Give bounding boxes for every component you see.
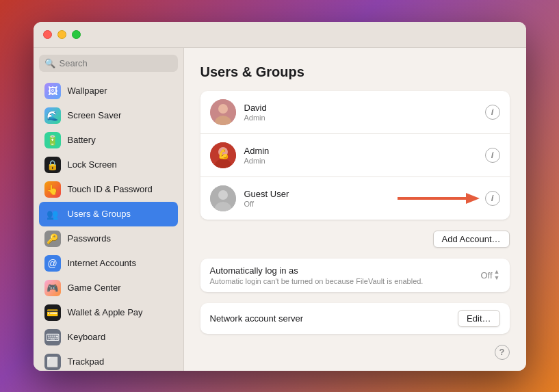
main-content: 🔍 🖼 Wallpaper 🌊 Screen Saver 🔋 Battery 🔒… <box>34 48 526 371</box>
add-account-button[interactable]: Add Account… <box>433 231 510 248</box>
avatar <box>210 99 236 125</box>
maximize-button[interactable] <box>72 30 81 39</box>
user-role: Admin <box>244 114 477 122</box>
stepper-icon: ▲▼ <box>494 269 500 281</box>
user-info-button[interactable]: i <box>485 148 500 163</box>
sidebar-item-label: Screen Saver <box>68 110 122 120</box>
sidebar-item-label: Users & Groups <box>68 209 131 219</box>
setting-label: Network account server <box>210 313 458 324</box>
user-name: Admin <box>244 146 477 156</box>
help-row: ? <box>200 345 510 360</box>
table-row: 💪 Admin Admin i <box>200 133 510 177</box>
sidebar-item-lockscreen[interactable]: 🔒 Lock Screen <box>39 153 178 177</box>
setting-label: Automatically log in as Automatic login … <box>210 265 481 285</box>
setting-desc: Automatic login can't be turned on becau… <box>210 277 481 285</box>
setting-title: Network account server <box>210 313 458 324</box>
sidebar-item-wallet[interactable]: 💳 Wallet & Apple Pay <box>39 300 178 325</box>
users-icon: 👥 <box>44 206 61 222</box>
sidebar-item-trackpad[interactable]: ⬜ Trackpad <box>39 350 178 371</box>
auto-login-row: Automatically log in as Automatic login … <box>200 259 510 292</box>
screensaver-icon: 🌊 <box>44 107 61 124</box>
sidebar-item-label: Passwords <box>68 233 112 244</box>
svg-marker-11 <box>466 193 480 204</box>
sidebar-item-passwords[interactable]: 🔑 Passwords <box>39 226 178 251</box>
sidebar-item-screensaver[interactable]: 🌊 Screen Saver <box>39 103 178 128</box>
sidebar-item-label: Trackpad <box>68 356 105 367</box>
setting-value: Off ▲▼ <box>480 269 499 281</box>
wallpaper-icon: 🖼 <box>44 83 61 99</box>
search-box[interactable]: 🔍 <box>39 55 178 72</box>
avatar <box>210 185 236 211</box>
avatar: 💪 <box>210 142 236 168</box>
user-info: Admin Admin <box>244 146 477 165</box>
network-card: Network account server Edit… <box>200 303 510 334</box>
sidebar-item-label: Wallpaper <box>68 86 107 96</box>
search-icon: 🔍 <box>44 58 55 68</box>
titlebar <box>34 22 526 48</box>
network-server-row: Network account server Edit… <box>200 303 510 334</box>
internet-icon: @ <box>44 255 61 272</box>
sidebar-item-battery[interactable]: 🔋 Battery <box>39 128 178 153</box>
trackpad-icon: ⬜ <box>44 354 61 370</box>
keyboard-icon: ⌨ <box>44 329 61 345</box>
user-role: Admin <box>244 157 477 165</box>
setting-title: Automatically log in as <box>210 265 481 276</box>
table-row: David Admin i <box>200 91 510 133</box>
user-name: David <box>244 103 477 113</box>
sidebar: 🔍 🖼 Wallpaper 🌊 Screen Saver 🔋 Battery 🔒… <box>34 48 184 371</box>
table-row: Guest User Off i <box>200 177 510 220</box>
sidebar-item-keyboard[interactable]: ⌨ Keyboard <box>39 325 178 350</box>
lockscreen-icon: 🔒 <box>44 157 61 173</box>
sidebar-item-label: Battery <box>68 135 96 145</box>
sidebar-item-internet[interactable]: @ Internet Accounts <box>39 251 178 276</box>
sidebar-item-gamecenter[interactable]: 🎮 Game Center <box>39 276 178 300</box>
sidebar-item-label: Internet Accounts <box>68 258 136 268</box>
minimize-button[interactable] <box>57 30 66 39</box>
sidebar-item-touchid[interactable]: 👆 Touch ID & Password <box>39 177 178 202</box>
sidebar-item-label: Game Center <box>68 283 121 293</box>
svg-point-1 <box>218 104 228 114</box>
system-preferences-window: 🔍 🖼 Wallpaper 🌊 Screen Saver 🔋 Battery 🔒… <box>34 22 526 371</box>
sidebar-item-label: Lock Screen <box>68 159 117 170</box>
guest-user-info-button[interactable]: i <box>485 191 500 206</box>
sidebar-item-label: Keyboard <box>68 332 106 342</box>
arrow-indicator <box>398 189 480 208</box>
svg-point-8 <box>218 190 228 200</box>
user-info-button[interactable]: i <box>485 105 500 120</box>
user-info: David Admin <box>244 103 477 122</box>
wallet-icon: 💳 <box>44 304 61 321</box>
sidebar-item-users[interactable]: 👥 Users & Groups <box>39 202 178 226</box>
users-card: David Admin i 💪 <box>200 91 510 220</box>
main-panel: Users & Groups David Admin <box>184 48 526 371</box>
sidebar-item-wallpaper[interactable]: 🖼 Wallpaper <box>39 79 178 103</box>
close-button[interactable] <box>43 30 52 39</box>
add-account-row: Add Account… <box>200 231 510 248</box>
touchid-icon: 👆 <box>44 181 61 198</box>
passwords-icon: 🔑 <box>44 231 61 247</box>
sidebar-item-label: Touch ID & Password <box>68 184 153 194</box>
gamecenter-icon: 🎮 <box>44 280 61 296</box>
edit-button[interactable]: Edit… <box>458 310 499 327</box>
page-title: Users & Groups <box>200 64 510 80</box>
search-input[interactable] <box>60 58 172 68</box>
svg-text:💪: 💪 <box>217 148 229 160</box>
sidebar-item-label: Wallet & Apple Pay <box>68 307 143 317</box>
traffic-lights <box>43 30 81 39</box>
help-button[interactable]: ? <box>495 345 510 360</box>
battery-icon: 🔋 <box>44 132 61 148</box>
auto-login-card: Automatically log in as Automatic login … <box>200 259 510 292</box>
